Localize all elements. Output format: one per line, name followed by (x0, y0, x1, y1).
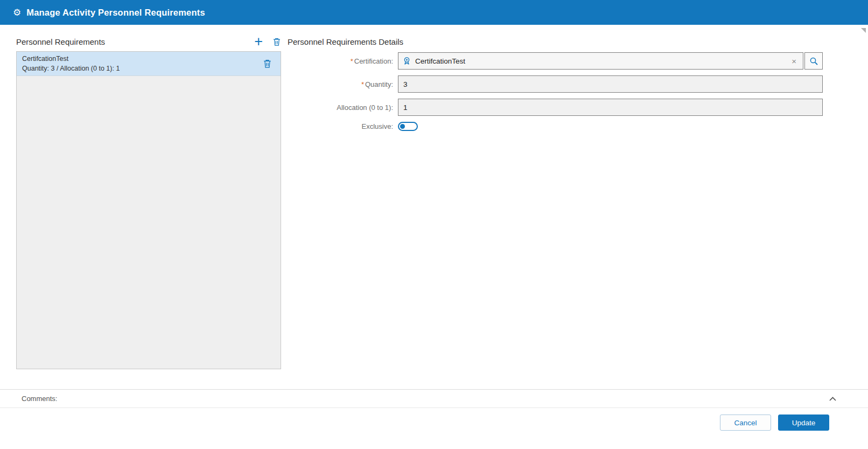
required-marker: * (361, 80, 364, 88)
comments-collapse-button[interactable] (829, 396, 837, 402)
list-item-name: CertifcationTest (22, 55, 258, 63)
list-item-details: Quantity: 3 / Allocation (0 to 1): 1 (22, 65, 258, 72)
chevron-up-icon (829, 396, 837, 402)
delete-requirement-button[interactable] (272, 37, 281, 46)
trash-icon (272, 37, 281, 46)
toggle-knob (400, 124, 405, 129)
certification-search-button[interactable] (804, 52, 823, 70)
quantity-label: *Quantity: (288, 80, 398, 88)
required-marker: * (351, 57, 353, 65)
allocation-label: Allocation (0 to 1): (288, 103, 398, 112)
add-requirement-button[interactable]: + (252, 36, 265, 47)
allocation-input[interactable] (398, 99, 823, 116)
certification-badge-icon (403, 57, 411, 65)
scroll-corner-icon (861, 28, 866, 33)
details-panel-title: Personnel Requirements Details (288, 32, 403, 51)
manage-activity-personnel-requirements-dialog: ⚙ Manage Activity Personnel Requirements… (0, 0, 868, 449)
update-button[interactable]: Update (778, 415, 829, 431)
comments-bar: Comments: (0, 389, 868, 408)
personnel-requirements-title: Personnel Requirements (16, 37, 252, 46)
clear-icon[interactable]: × (789, 57, 799, 66)
exclusive-label: Exclusive: (288, 122, 398, 130)
titlebar: ⚙ Manage Activity Personnel Requirements (0, 0, 868, 25)
list-item-text: CertifcationTest Quantity: 3 / Allocatio… (22, 55, 258, 72)
exclusive-toggle[interactable] (398, 122, 418, 131)
trash-icon (263, 59, 272, 68)
quantity-row: *Quantity: (288, 75, 826, 93)
certification-row: *Certification: CertifcationTest × (288, 52, 826, 70)
certification-value: CertifcationTest (415, 57, 785, 65)
details-form: *Certification: CertifcationTest × (288, 52, 826, 137)
exclusive-row: Exclusive: (288, 122, 826, 131)
list-item[interactable]: CertifcationTest Quantity: 3 / Allocatio… (17, 52, 281, 76)
certification-label: *Certification: (288, 57, 398, 65)
personnel-requirements-header: Personnel Requirements + (16, 32, 281, 51)
certification-field[interactable]: CertifcationTest × (398, 52, 803, 70)
quantity-input[interactable] (398, 75, 823, 93)
cancel-button[interactable]: Cancel (720, 415, 771, 431)
action-bar: Cancel Update (0, 409, 868, 449)
personnel-requirements-list: CertifcationTest Quantity: 3 / Allocatio… (16, 51, 281, 369)
search-icon (809, 57, 818, 66)
gear-icon: ⚙ (13, 8, 21, 17)
allocation-row: Allocation (0 to 1): (288, 99, 826, 116)
comments-label: Comments: (22, 395, 829, 403)
delete-item-button[interactable] (258, 58, 276, 70)
window-title: Manage Activity Personnel Requirements (26, 8, 205, 18)
